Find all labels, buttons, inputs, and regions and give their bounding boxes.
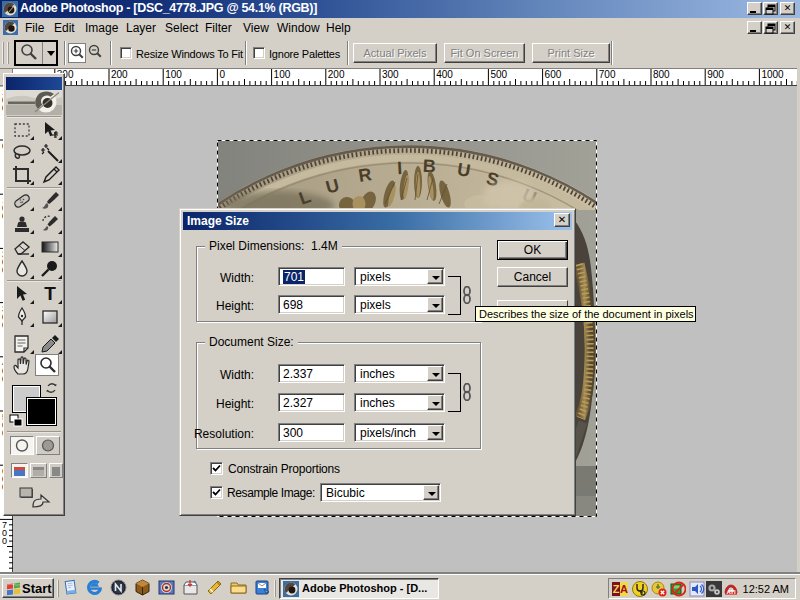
svg-text:200: 200 xyxy=(111,69,128,80)
svg-text:Z: Z xyxy=(613,583,620,595)
svg-text:800: 800 xyxy=(653,69,670,80)
svg-text:A: A xyxy=(620,583,628,595)
svg-text:100: 100 xyxy=(165,69,182,80)
svg-text:0: 0 xyxy=(219,69,225,80)
svg-text:T: T xyxy=(44,283,56,304)
svg-text:ATI: ATI xyxy=(726,589,736,595)
svg-text:200: 200 xyxy=(328,69,345,80)
svg-text:1000: 1000 xyxy=(761,69,784,80)
svg-text:0: 0 xyxy=(2,536,7,546)
svg-text:900: 900 xyxy=(707,69,724,80)
svg-text:100: 100 xyxy=(274,69,291,80)
svg-text:600: 600 xyxy=(545,69,562,80)
svg-text:500: 500 xyxy=(490,69,507,80)
svg-text:300: 300 xyxy=(382,69,399,80)
svg-text:I: I xyxy=(397,158,403,178)
svg-text:700: 700 xyxy=(599,69,616,80)
svg-text:400: 400 xyxy=(436,69,453,80)
